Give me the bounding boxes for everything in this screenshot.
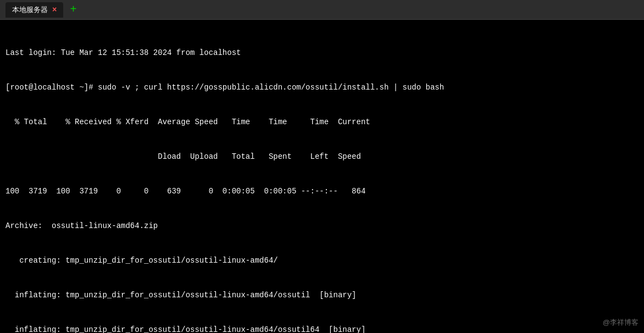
line-3: % Total % Received % Xferd Average Speed… — [5, 116, 639, 128]
tab-title: 本地服务器 — [12, 5, 48, 15]
terminal: Last login: Tue Mar 12 15:51:38 2024 fro… — [0, 20, 644, 333]
line-2: [root@localhost ~]# sudo -v ; curl https… — [5, 82, 639, 93]
line-9: inflating: tmp_unzip_dir_for_ossutil/oss… — [5, 324, 639, 333]
line-8: inflating: tmp_unzip_dir_for_ossutil/oss… — [5, 290, 639, 301]
titlebar: 本地服务器 × + — [0, 0, 644, 20]
line-7: creating: tmp_unzip_dir_for_ossutil/ossu… — [5, 255, 639, 267]
line-5: 100 3719 100 3719 0 0 639 0 0:00:05 0:00… — [5, 186, 639, 197]
new-tab-icon[interactable]: + — [70, 3, 76, 16]
watermark: @李祥博客 — [603, 318, 639, 328]
terminal-tab[interactable]: 本地服务器 × — [5, 2, 63, 18]
close-icon[interactable]: × — [52, 6, 57, 14]
line-4: Dload Upload Total Spent Left Speed — [5, 151, 639, 163]
line-6: Archive: ossutil-linux-amd64.zip — [5, 220, 639, 232]
line-1: Last login: Tue Mar 12 15:51:38 2024 fro… — [5, 47, 639, 59]
